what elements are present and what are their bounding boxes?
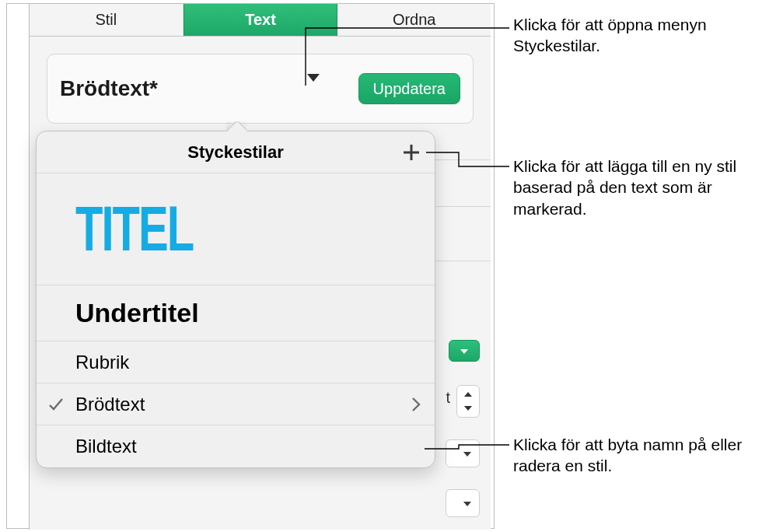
background-popup[interactable] <box>449 340 480 362</box>
popover-title: Styckestilar <box>37 142 435 163</box>
update-style-button[interactable]: Uppdatera <box>358 73 460 104</box>
background-stepper[interactable] <box>456 385 480 418</box>
paragraph-style-well[interactable]: Brödtext* Uppdatera <box>47 54 474 124</box>
plus-icon <box>403 144 420 161</box>
svg-rect-1 <box>404 151 419 153</box>
popover-arrow <box>226 121 246 131</box>
current-style-name: Brödtext* <box>60 76 158 101</box>
tab-text[interactable]: Text <box>184 4 338 36</box>
style-item-undertitel[interactable]: Undertitel <box>37 285 435 341</box>
style-label: Undertitel <box>75 298 199 328</box>
callout-add-style: Klicka för att lägga till en ny stil bas… <box>513 156 770 219</box>
callout-rename-delete: Klicka för att byta namn på eller radera… <box>513 434 770 477</box>
style-item-brodtext[interactable]: Brödtext <box>37 383 435 425</box>
style-label: TITEL <box>75 208 193 249</box>
chevron-down-icon <box>307 74 320 95</box>
style-item-bildtext[interactable]: Bildtext <box>37 425 435 467</box>
add-style-button[interactable] <box>400 142 422 163</box>
style-label: Rubrik <box>75 352 129 373</box>
check-icon <box>47 396 65 413</box>
style-item-titel[interactable]: TITEL <box>37 173 435 285</box>
style-label: Bildtext <box>75 436 137 457</box>
style-menu-open[interactable] <box>307 82 320 96</box>
tab-ordna[interactable]: Ordna <box>337 4 491 36</box>
background-popup[interactable] <box>446 439 480 467</box>
tab-stil[interactable]: Stil <box>30 4 184 36</box>
callout-open-menu: Klicka för att öppna menyn Styckestilar. <box>513 14 770 57</box>
inspector-tabs: Stil Text Ordna <box>30 4 491 37</box>
popover-style-list: TITEL Undertitel Rubrik Brödtext <box>37 173 435 467</box>
paragraph-styles-popover: Styckestilar TITEL Undertitel Rubrik <box>36 131 435 468</box>
style-label: Brödtext <box>75 394 145 415</box>
background-popup[interactable] <box>446 489 480 517</box>
style-item-rubrik[interactable]: Rubrik <box>37 341 435 383</box>
chevron-right-icon <box>411 397 421 412</box>
background-letter: t <box>446 389 450 407</box>
style-submenu-arrow[interactable] <box>411 397 421 412</box>
popover-header: Styckestilar <box>37 131 435 173</box>
